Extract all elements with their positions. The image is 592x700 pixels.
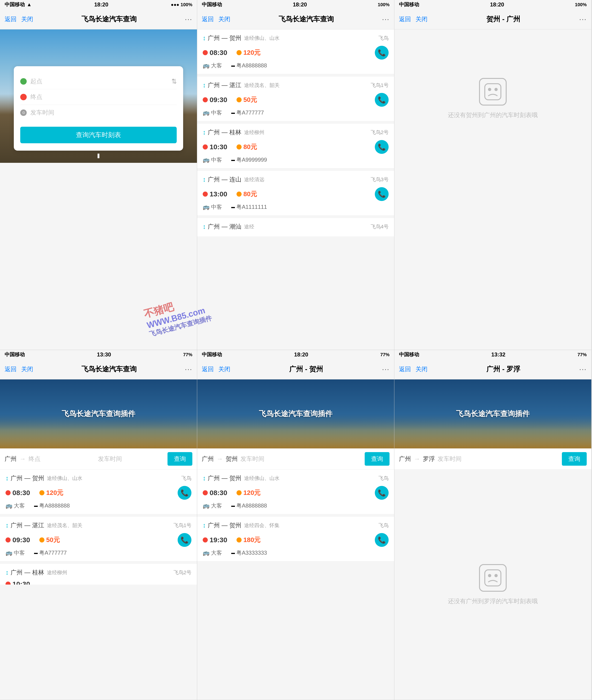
empty-text-6: 还没有广州到罗浮的汽车时刻表哦 [448,597,538,605]
nav-bar-2: 返回 关闭 飞鸟长途汽车查询 ··· [197,9,394,30]
end-input[interactable]: 终点 [30,93,177,101]
route-icon-1: ↕ [203,35,206,42]
time-2: 18:20 [293,1,307,8]
call-button-2[interactable]: 📞 [375,93,389,107]
price-block-1: 120元 [237,48,261,57]
svg-rect-0 [485,84,501,100]
to-city-4[interactable]: 终点 [29,455,95,463]
call-btn-4b[interactable]: 📞 [178,533,191,547]
back-button-4[interactable]: 返回 [5,365,16,373]
to-city-5[interactable]: 贺州 [226,455,238,463]
nav-title-3: 贺州 - 广州 [486,14,520,24]
time-field-5[interactable]: 发车时间 [240,455,362,463]
battery-4: 77% [183,352,192,357]
arrow-icon-5: → [216,455,223,463]
back-button-2[interactable]: 返回 [202,15,214,23]
back-button-6[interactable]: 返回 [399,365,411,373]
nav-title-4: 飞鸟长途汽车查询 [82,365,137,374]
nav-title-2: 飞鸟长途汽车查询 [279,14,334,24]
banner-title-5: 飞鸟长途汽车查询插件 [259,409,333,419]
close-button-5[interactable]: 关闭 [218,365,230,373]
battery-1: 100% [181,2,192,7]
route-card-4: ↕ 广州 — 连山 途经清远 飞鸟3号 13:00 80 [197,171,394,215]
call-btn-4a[interactable]: 📞 [178,486,191,500]
back-button-3[interactable]: 返回 [399,15,411,23]
time-row: ⊙ 发车时间 [20,105,177,120]
time-field-4[interactable]: 发车时间 [98,455,165,463]
sad-face-icon-6 [479,564,507,592]
from-city-6[interactable]: 广州 [399,455,411,463]
results-list-5: ↕ 广州 — 贺州 途经佛山、山水 飞鸟 08:30 1 [197,470,394,700]
route-card-5: ↕ 广州 — 潮汕 途经 飞鸟4号 [197,218,394,236]
carrier-6: 中国移动 [399,351,419,358]
nav-bar-5: 返回 关闭 广州 - 贺州 ··· [197,359,394,379]
plate-text-1: 粤A8888888 [236,62,267,69]
close-button-2[interactable]: 关闭 [218,15,230,23]
call-btn-5a[interactable]: 📞 [375,486,389,500]
results-list-1: ↕ 广州 — 贺州 途经佛山、山水 飞鸟 08:30 1 [197,30,394,350]
close-button-3[interactable]: 关闭 [415,15,428,23]
plate-icon-1: ▬ [231,63,235,68]
wifi-icon-1: ▲ [27,2,32,8]
more-button-4[interactable]: ··· [185,365,192,373]
time-block-1: 08:30 [203,49,227,57]
start-input[interactable]: 起点 [30,77,168,85]
battery-5: 77% [380,352,390,357]
screen3: 中国移动 18:20 100% 返回 关闭 贺州 - 广州 ··· [394,0,592,350]
carrier-4: 中国移动 [5,351,25,358]
query-btn-6[interactable]: 查询 [562,452,587,466]
route-card-4c: ↕ 广州 — 桂林 途经柳州 飞鸟2号 10:30 [0,564,197,585]
carrier-5: 中国移动 [202,351,222,358]
swap-icon[interactable]: ⇅ [171,77,177,85]
nav-title-5: 广州 - 贺州 [289,365,323,374]
route-card-4a: ↕ 广州 — 贺州 途经佛山、山水 飞鸟 08:30 1 [0,470,197,514]
more-button-5[interactable]: ··· [382,365,390,373]
call-button-3[interactable]: 📞 [375,140,389,154]
more-button-1[interactable]: ··· [185,15,192,23]
screen1: 中国移动 ▲ 18:20 ●●● 100% 返回 关闭 飞鸟长途汽车查询 ··· [0,0,197,350]
start-dot [20,78,27,85]
more-button-6[interactable]: ··· [579,365,587,373]
call-button-1[interactable]: 📞 [375,46,389,60]
route-card-5a: ↕ 广州 — 贺州 途经佛山、山水 飞鸟 08:30 1 [197,470,394,514]
nav-bar-4: 返回 关闭 飞鸟长途汽车查询 ··· [0,359,197,379]
back-button-5[interactable]: 返回 [202,365,214,373]
from-city-4[interactable]: 广州 [5,455,16,463]
battery-6: 77% [578,352,587,357]
screen2: 中国移动 18:20 100% 返回 关闭 飞鸟长途汽车查询 ··· ↕ 广州 [197,0,394,350]
call-btn-5b[interactable]: 📞 [375,533,389,547]
bus-type-1: 🚌 大客 [203,62,222,69]
call-button-4[interactable]: 📞 [375,187,389,201]
search-bar-6: 广州 → 罗浮 发车时间 查询 [394,448,591,470]
close-button-6[interactable]: 关闭 [415,365,428,373]
close-button-1[interactable]: 关闭 [21,15,33,23]
search-bar-5: 广州 → 贺州 发车时间 查询 [197,448,394,470]
query-button-1[interactable]: 查询汽车时刻表 [20,127,177,143]
status-bar-6: 中国移动 13:32 77% [394,350,591,359]
clock-icon: ⊙ [20,109,27,116]
svg-point-5 [494,574,498,577]
query-btn-5[interactable]: 查询 [365,452,390,466]
status-bar-2: 中国移动 18:20 100% [197,0,394,9]
from-city-5[interactable]: 广州 [202,455,214,463]
empty-state-6: 还没有广州到罗浮的汽车时刻表哦 [394,470,591,700]
to-city-6[interactable]: 罗浮 [423,455,435,463]
carrier-2: 中国移动 [202,1,222,8]
time-field-6[interactable]: 发车时间 [438,455,559,463]
close-button-4[interactable]: 关闭 [21,365,33,373]
nav-bar-6: 返回 关闭 广州 - 罗浮 ··· [394,359,591,379]
more-button-2[interactable]: ··· [382,15,390,23]
time-dot-1 [203,50,208,55]
empty-text-1: 还没有贺州到广州的汽车时刻表哦 [448,111,538,119]
carrier-1: 中国移动 [5,1,25,8]
more-button-3[interactable]: ··· [579,15,587,23]
time-input[interactable]: 发车时间 [30,109,177,117]
time-text-1: 08:30 [210,49,227,57]
search-bar-4: 广州 → 终点 发车时间 查询 [0,448,197,470]
signal-icon-1: ●●● [171,2,179,7]
query-btn-4[interactable]: 查询 [167,452,192,466]
sad-face-icon [479,78,507,106]
banner-title-6: 飞鸟长途汽车查询插件 [456,409,530,419]
back-button-1[interactable]: 返回 [5,15,16,23]
route-arrow-1: — [221,35,228,42]
